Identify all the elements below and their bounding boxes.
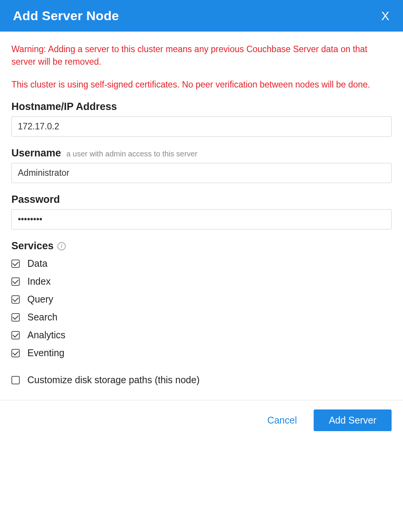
- service-label-analytics: Analytics: [27, 330, 65, 341]
- service-row-analytics: Analytics: [11, 330, 392, 341]
- service-row-query: Query: [11, 294, 392, 305]
- dialog-body: Warning: Adding a server to this cluster…: [0, 32, 403, 400]
- service-label-search: Search: [27, 312, 57, 323]
- add-server-dialog: Add Server Node X Warning: Adding a serv…: [0, 0, 403, 442]
- password-label: Password: [11, 194, 392, 205]
- service-checkbox-eventing[interactable]: [11, 349, 20, 357]
- hostname-field: Hostname/IP Address: [11, 101, 392, 137]
- service-checkbox-analytics[interactable]: [11, 331, 20, 339]
- customize-storage-checkbox[interactable]: [11, 376, 20, 384]
- service-row-data: Data: [11, 258, 392, 269]
- dialog-title: Add Server Node: [13, 8, 119, 23]
- service-label-data: Data: [27, 258, 48, 269]
- service-checkbox-search[interactable]: [11, 313, 20, 322]
- dialog-footer: Cancel Add Server: [0, 400, 403, 442]
- hostname-input[interactable]: [11, 116, 392, 137]
- add-server-button[interactable]: Add Server: [314, 409, 392, 431]
- service-label-query: Query: [27, 294, 53, 305]
- services-header: Services i: [11, 240, 392, 252]
- service-label-eventing: Eventing: [27, 347, 64, 358]
- username-label-row: Username a user with admin access to thi…: [11, 147, 392, 159]
- customize-storage-label: Customize disk storage paths (this node): [27, 374, 200, 385]
- cancel-button[interactable]: Cancel: [267, 415, 297, 426]
- username-input[interactable]: [11, 163, 392, 183]
- service-label-index: Index: [27, 276, 51, 287]
- info-icon[interactable]: i: [57, 242, 66, 250]
- service-checkbox-index[interactable]: [11, 277, 20, 286]
- services-label: Services: [11, 240, 54, 252]
- username-field: Username a user with admin access to thi…: [11, 147, 392, 183]
- hostname-label: Hostname/IP Address: [11, 101, 392, 113]
- warning-data-removed: Warning: Adding a server to this cluster…: [11, 43, 392, 68]
- close-icon[interactable]: X: [379, 10, 392, 22]
- service-row-eventing: Eventing: [11, 347, 392, 358]
- service-checkbox-data[interactable]: [11, 260, 20, 268]
- service-row-search: Search: [11, 312, 392, 323]
- customize-storage-row: Customize disk storage paths (this node): [11, 374, 392, 385]
- dialog-header: Add Server Node X: [0, 0, 403, 32]
- username-hint: a user with admin access to this server: [67, 150, 198, 158]
- username-label: Username: [11, 147, 61, 159]
- password-field: Password: [11, 194, 392, 229]
- warning-self-signed-cert: This cluster is using self-signed certif…: [11, 78, 392, 91]
- service-row-index: Index: [11, 276, 392, 287]
- service-checkbox-query[interactable]: [11, 295, 20, 304]
- password-input[interactable]: [11, 209, 392, 229]
